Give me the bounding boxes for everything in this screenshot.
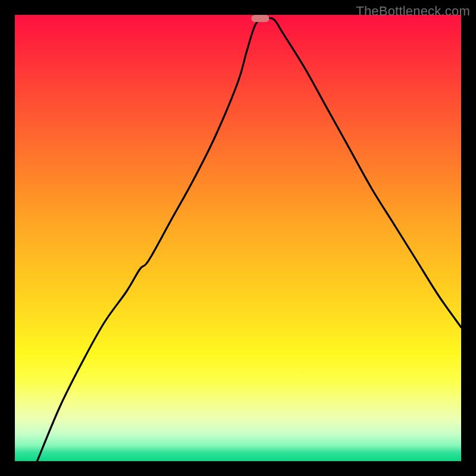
plot-area bbox=[15, 15, 461, 461]
minimum-marker-icon bbox=[252, 15, 270, 22]
bottleneck-curve bbox=[15, 15, 461, 461]
watermark-label: TheBottleneck.com bbox=[356, 4, 470, 19]
chart-frame: TheBottleneck.com bbox=[0, 0, 476, 476]
